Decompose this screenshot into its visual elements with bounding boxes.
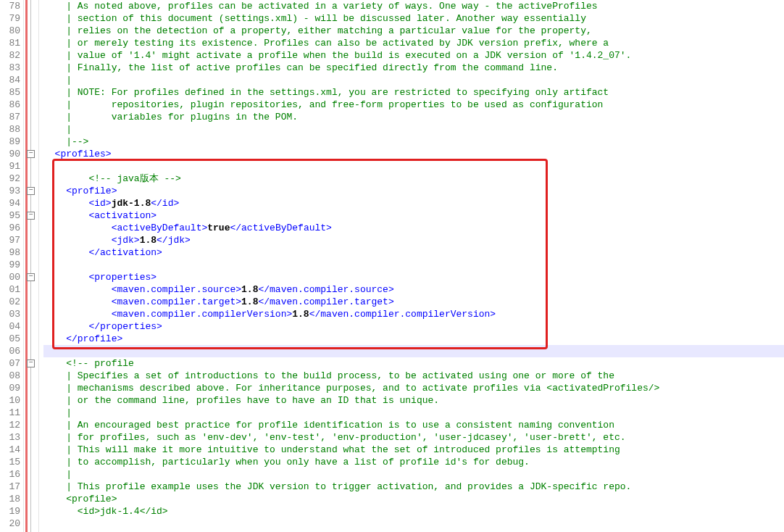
fold-toggle-icon[interactable]: − xyxy=(27,150,35,158)
line-number: 98 xyxy=(0,246,20,259)
xml-text: true xyxy=(207,223,230,233)
code-line[interactable]: | This will make it more intuitive to un… xyxy=(43,444,784,456)
code-line[interactable]: <properties> xyxy=(43,271,784,283)
comment-text: | for profiles, such as 'env-dev', 'env-… xyxy=(66,432,625,443)
code-line[interactable]: <!-- java版本 --> xyxy=(43,173,784,185)
line-number: 13 xyxy=(0,431,20,444)
code-line[interactable]: <activeByDefault>true</activeByDefault> xyxy=(43,222,784,234)
code-line[interactable] xyxy=(43,259,784,271)
code-token xyxy=(43,506,78,517)
line-number: 85 xyxy=(0,86,20,99)
code-line[interactable]: <maven.compiler.target>1.8</maven.compil… xyxy=(43,296,784,308)
code-line[interactable]: | This profile example uses the JDK vers… xyxy=(43,481,784,493)
line-number: 88 xyxy=(0,123,20,136)
fold-toggle-icon[interactable]: − xyxy=(27,187,35,195)
comment-text: | xyxy=(66,407,72,418)
code-line[interactable]: | xyxy=(43,468,784,481)
code-editor[interactable]: 7879808182838485868788899091929394959697… xyxy=(0,0,784,532)
code-token xyxy=(43,186,66,196)
code-line[interactable]: | mechanisms described above. For inheri… xyxy=(43,382,784,394)
code-line[interactable]: | Specifies a set of introductions to th… xyxy=(43,370,784,382)
line-number: 87 xyxy=(0,111,20,123)
xml-tag: <activation> xyxy=(88,210,157,221)
code-token xyxy=(43,284,112,295)
code-token xyxy=(43,395,66,406)
comment-text: | or merely testing its existence. Profi… xyxy=(66,38,609,49)
code-line[interactable]: | repositories, plugin repositories, and… xyxy=(43,99,784,111)
code-line[interactable]: </profile> xyxy=(43,333,784,345)
code-line[interactable]: | Finally, the list of active profiles c… xyxy=(43,62,784,74)
code-line[interactable]: <maven.compiler.source>1.8</maven.compil… xyxy=(43,283,784,296)
xml-tag: </activation> xyxy=(88,247,162,258)
code-token xyxy=(43,25,66,36)
code-token xyxy=(43,75,66,86)
code-token xyxy=(43,124,66,135)
code-line[interactable]: <id>jdk-1.4</id> xyxy=(43,505,784,518)
line-number: 04 xyxy=(0,320,20,333)
line-number: 11 xyxy=(0,407,20,419)
code-line[interactable]: </activation> xyxy=(43,246,784,259)
code-line[interactable]: | or the command line, profiles have to … xyxy=(43,394,784,407)
line-number: 20 xyxy=(0,518,20,530)
code-token xyxy=(43,161,49,172)
code-token xyxy=(43,198,88,209)
code-line[interactable]: | An encouraged best practice for profil… xyxy=(43,419,784,431)
code-line[interactable] xyxy=(43,518,784,530)
code-line[interactable]: | xyxy=(43,74,784,86)
code-line[interactable]: | for profiles, such as 'env-dev', 'env-… xyxy=(43,431,784,444)
line-number: 81 xyxy=(0,37,20,49)
code-line[interactable]: <profile> xyxy=(43,185,784,197)
code-token xyxy=(43,136,66,147)
comment-text: <id>jdk-1.4</id> xyxy=(78,506,168,517)
code-line[interactable]: | xyxy=(43,407,784,419)
comment-text: | or the command line, profiles have to … xyxy=(66,395,439,406)
code-line[interactable]: |--> xyxy=(43,136,784,148)
comment-text: | An encouraged best practice for profil… xyxy=(66,420,614,431)
line-number: 05 xyxy=(0,333,20,345)
code-line[interactable]: <profile> xyxy=(43,493,784,505)
fold-toggle-icon[interactable]: − xyxy=(27,359,35,367)
code-line[interactable]: | As noted above, profiles can be activa… xyxy=(43,0,784,12)
xml-tag: </activeByDefault> xyxy=(230,223,331,233)
code-line[interactable]: </properties> xyxy=(43,320,784,333)
line-number: 07 xyxy=(0,357,20,370)
code-line[interactable]: | xyxy=(43,123,784,136)
code-line[interactable]: <activation> xyxy=(43,209,784,222)
comment-text: <!-- profile xyxy=(66,358,134,369)
code-token xyxy=(43,223,112,233)
code-line[interactable]: <profiles> xyxy=(43,148,784,160)
code-line[interactable]: <id>jdk-1.8</id> xyxy=(43,197,784,209)
code-token xyxy=(43,444,66,455)
fold-column[interactable]: −−−−− xyxy=(24,0,39,532)
line-number: 17 xyxy=(0,481,20,493)
code-line[interactable]: | section of this document (settings.xml… xyxy=(43,12,784,25)
line-number: 09 xyxy=(0,382,20,394)
comment-text: | xyxy=(66,75,72,86)
code-line[interactable]: | NOTE: For profiles defined in the sett… xyxy=(43,86,784,99)
code-token xyxy=(43,210,88,221)
code-line[interactable]: <maven.compiler.compilerVersion>1.8</mav… xyxy=(43,308,784,320)
line-number: 14 xyxy=(0,444,20,456)
code-line[interactable]: | relies on the detection of a property,… xyxy=(43,25,784,37)
line-number: 10 xyxy=(0,394,20,407)
code-line[interactable]: | variables for plugins in the POM. xyxy=(43,111,784,123)
code-line[interactable] xyxy=(43,345,784,357)
code-line[interactable]: | value of '1.4' might activate a profil… xyxy=(43,49,784,62)
fold-toggle-icon[interactable]: − xyxy=(27,273,35,281)
code-line[interactable] xyxy=(43,160,784,173)
line-number: 95 xyxy=(0,209,20,222)
code-token xyxy=(43,494,66,504)
code-line[interactable]: | or merely testing its existence. Profi… xyxy=(43,37,784,49)
code-area[interactable]: | As noted above, profiles can be activa… xyxy=(39,0,784,532)
code-line[interactable]: <jdk>1.8</jdk> xyxy=(43,234,784,246)
code-token xyxy=(43,62,66,73)
code-line[interactable]: <!-- profile xyxy=(43,357,784,370)
code-line[interactable]: | to accomplish, particularly when you o… xyxy=(43,456,784,468)
code-token xyxy=(43,420,66,431)
code-token xyxy=(43,518,49,529)
xml-tag: <maven.compiler.target> xyxy=(112,296,241,307)
line-number: 96 xyxy=(0,222,20,234)
fold-toggle-icon[interactable]: − xyxy=(27,212,35,220)
line-number: 79 xyxy=(0,12,20,25)
line-number: 83 xyxy=(0,62,20,74)
